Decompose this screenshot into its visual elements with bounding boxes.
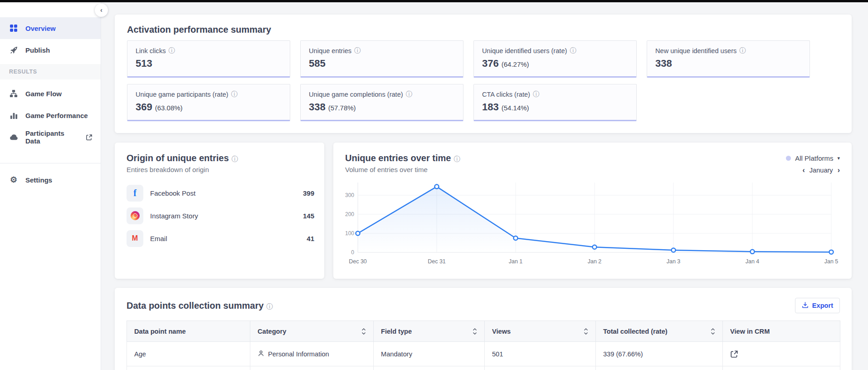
sidebar-item-participants-data[interactable]: Participants Data [0,126,101,148]
origin-name: Email [150,235,167,242]
table-title: Data points collection summaryⓘ [127,301,273,311]
metric-rate: (57.78%) [328,104,356,112]
metric-value: 338 [655,58,672,69]
prev-month-button[interactable]: ‹ [802,166,805,174]
info-icon[interactable]: ⓘ [570,47,576,55]
svg-text:Dec 30: Dec 30 [349,258,367,265]
metric-card-unique-game-completions: Unique game completions (rate)ⓘ 338(57.7… [300,84,463,121]
sidebar-nav: Overview Publish RESULTS Game Flow Game … [0,2,101,191]
origin-row-email: M Email 41 [127,227,314,250]
cell-category: Consents [250,366,374,370]
table-header-row: Data point name Category Field type View… [127,321,840,342]
chevron-down-icon: ▾ [837,155,840,161]
data-points-table: Data point name Category Field type View… [127,321,840,370]
legend-dot-icon [786,156,791,161]
activation-summary-card: Activation performance summary Link clic… [115,15,852,133]
metric-card-link-clicks: Link clicksⓘ 513 [127,40,290,78]
info-icon[interactable]: ⓘ [406,90,412,99]
sidebar: Overview Publish RESULTS Game Flow Game … [0,2,101,370]
metric-label: Link clicks [136,47,166,54]
sidebar-item-label: Overview [25,25,56,32]
metric-rate: (63.08%) [155,104,183,112]
sidebar-item-label: Settings [25,176,52,184]
svg-text:Jan 4: Jan 4 [746,258,760,265]
gmail-icon: M [127,230,143,247]
cell-total-collected: 339 (67.66%) [596,342,723,366]
info-icon[interactable]: ⓘ [232,155,238,163]
sidebar-item-game-performance[interactable]: Game Performance [0,104,101,126]
chart-title: Unique entries over timeⓘ [345,153,840,163]
metric-card-unique-entries: Unique entriesⓘ 585 [300,40,463,78]
cell-views: 500 [485,366,596,370]
cell-field-type: Mandatory [374,342,485,366]
export-button[interactable]: Export [795,298,840,313]
sort-icon[interactable] [473,328,477,335]
sidebar-item-settings[interactable]: ⚙ Settings [0,169,101,191]
facebook-icon: f [127,185,143,202]
platform-filter-dropdown[interactable]: All Platforms ▾ [786,154,840,162]
sidebar-item-publish[interactable]: Publish [0,39,101,61]
svg-text:0: 0 [351,249,354,256]
sidebar-divider [0,163,101,163]
sidebar-item-game-flow[interactable]: Game Flow [0,83,101,104]
metric-rate: (54.14%) [502,104,529,112]
sidebar-item-label: Publish [25,46,50,54]
sort-icon[interactable] [361,328,366,335]
external-link-icon[interactable] [730,350,833,358]
metric-card-new-unique-identified-users: New unique identified usersⓘ 338 [647,40,810,78]
origin-value: 41 [307,235,314,242]
grid-icon [9,24,18,33]
origin-value: 145 [303,212,314,220]
origin-row-instagram: Instagram Story 145 [127,204,314,227]
rocket-icon [9,45,18,54]
info-icon[interactable]: ⓘ [169,47,175,55]
entries-line-chart-svg: 0100200300Dec 30Dec 31Jan 1Jan 2Jan 3Jan… [345,180,840,273]
sidebar-item-overview[interactable]: Overview [0,17,101,39]
metric-label: Unique identified users (rate) [482,47,567,54]
info-icon[interactable]: ⓘ [231,90,237,99]
metric-card-unique-game-participants: Unique game participants (rate)ⓘ 369(63.… [127,84,290,121]
platform-filter-label: All Platforms [795,154,833,162]
info-icon[interactable]: ⓘ [454,155,460,163]
metric-label: New unique identified users [655,47,736,54]
origin-rows: f Facebook Post 399 Instagram Story 145 … [127,182,314,250]
chevron-left-icon: ‹ [100,6,102,14]
cell-data-point-name: Approved Terms Of Use [127,366,250,370]
metric-card-unique-identified-users: Unique identified users (rate)ⓘ 376(64.2… [473,40,637,78]
metric-value: 513 [136,58,152,69]
sort-icon[interactable] [711,328,715,335]
metric-label: Unique game completions (rate) [309,91,403,98]
download-icon [802,301,809,310]
info-icon[interactable]: ⓘ [266,303,273,310]
middle-row: Origin of unique entriesⓘ Entires breakd… [115,143,852,279]
info-icon[interactable]: ⓘ [354,47,361,55]
info-icon[interactable]: ⓘ [533,90,539,99]
column-header-category: Category [250,321,374,342]
info-icon[interactable]: ⓘ [739,47,746,55]
cell-field-type: Mandatory [374,366,485,370]
sidebar-item-label: Participants Data [25,129,78,145]
main-content: Activation performance summary Link clic… [101,2,868,370]
metric-label: Unique entries [309,47,351,54]
column-header-view-in-crm: View in CRM [723,321,840,342]
metric-value: 376 [482,58,499,69]
next-month-button[interactable]: › [838,166,840,174]
origin-subtitle: Entires breakdown of origin [127,166,314,173]
metric-label: CTA clicks (rate) [482,91,530,98]
cell-views: 501 [485,342,596,366]
metric-rate: (64.27%) [502,60,529,68]
sidebar-collapse-button[interactable]: ‹ [95,4,108,17]
origin-of-entries-card: Origin of unique entriesⓘ Entires breakd… [115,143,324,279]
export-label: Export [812,302,833,309]
svg-text:200: 200 [345,211,354,217]
person-icon [258,350,264,358]
metric-value: 338 [309,101,326,113]
cell-total-collected: 338 (67.6%) [596,366,723,370]
chart-subtitle: Volume of entries over time [345,166,840,173]
sidebar-item-label: Game Flow [25,90,62,98]
sort-icon[interactable] [584,328,588,335]
column-header-total-collected: Total collected (rate) [596,321,723,342]
metric-value: 585 [309,58,326,69]
cell-category: Personal Information [250,342,374,366]
entries-over-time-card: Unique entries over timeⓘ Volume of entr… [333,143,852,279]
